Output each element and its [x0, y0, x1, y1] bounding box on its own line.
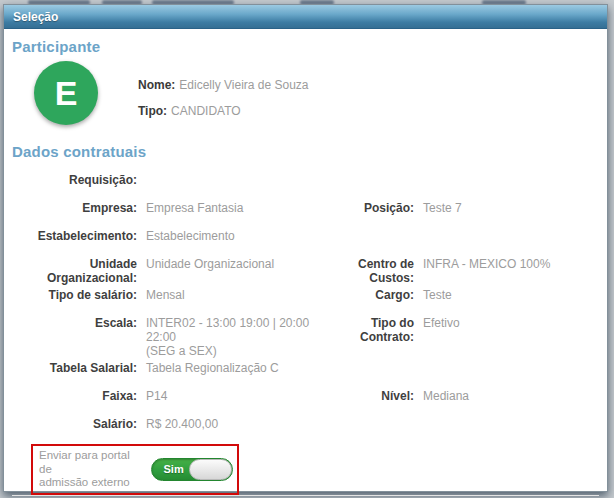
participant-fields: Nome:Edicelly Vieira de Souza Tipo:CANDI… — [138, 78, 309, 130]
field-label: Nível: — [319, 386, 414, 414]
dialog-titlebar[interactable]: Seleção — [4, 5, 607, 29]
field-value — [414, 414, 599, 442]
field-label: Unidade Organizacional: — [12, 254, 137, 285]
type-value: CANDIDATO — [171, 104, 241, 118]
field-value: Empresa Fantasia — [137, 198, 319, 226]
field-label: Tipo de salário: — [12, 285, 137, 313]
field-label: Salário: — [12, 414, 137, 442]
participant-section-heading: Participante — [12, 38, 599, 55]
field-label: Posição: — [319, 198, 414, 226]
field-value: Mensal — [137, 285, 319, 313]
field-value — [414, 170, 599, 198]
external-portal-toggle[interactable]: Sim — [151, 458, 233, 481]
field-value: Teste — [414, 285, 599, 313]
type-label: Tipo: — [138, 104, 167, 118]
field-label: Escala: — [12, 313, 137, 358]
field-label — [319, 358, 414, 386]
participant-avatar: E — [34, 61, 98, 125]
dialog-body: Participante E Nome:Edicelly Vieira de S… — [4, 29, 607, 498]
participant-type-row: Tipo:CANDIDATO — [138, 104, 309, 118]
field-label: Tabela Salarial: — [12, 358, 137, 386]
field-value: Efetivo — [414, 313, 599, 358]
field-label: Cargo: — [319, 285, 414, 313]
participant-summary: E Nome:Edicelly Vieira de Souza Tipo:CAN… — [34, 61, 599, 130]
toggle-knob[interactable] — [189, 459, 232, 480]
field-label — [319, 170, 414, 198]
field-label: Faixa: — [12, 386, 137, 414]
annotation-highlight-box: Enviar para portal de admissão externo S… — [31, 444, 239, 495]
contract-section-heading: Dados contratuais — [12, 143, 599, 160]
field-value — [137, 170, 319, 198]
field-label: Requisição: — [12, 170, 137, 198]
field-value: R$ 20.400,00 — [137, 414, 319, 442]
selection-dialog: Seleção Participante E Nome:Edicelly Vie… — [3, 4, 608, 492]
field-value: Mediana — [414, 386, 599, 414]
field-value: P14 — [137, 386, 319, 414]
field-value: Estabelecimento — [137, 226, 319, 254]
field-label: Estabelecimento: — [12, 226, 137, 254]
field-label — [319, 226, 414, 254]
name-value: Edicelly Vieira de Souza — [179, 78, 308, 92]
field-label: Empresa: — [12, 198, 137, 226]
field-label: Tipo do Contrato: — [319, 313, 414, 358]
contract-fields-grid: Requisição: Empresa: Empresa Fantasia Po… — [12, 170, 599, 442]
field-value — [414, 226, 599, 254]
dialog-title: Seleção — [13, 10, 58, 24]
field-value: INFRA - MEXICO 100% — [414, 254, 599, 285]
field-value: Tabela Regionalização C — [137, 358, 319, 386]
field-value: INTER02 - 13:00 19:00 | 20:00 22:00 (SEG… — [137, 313, 319, 358]
field-value: Teste 7 — [414, 198, 599, 226]
avatar-initial: E — [55, 74, 78, 113]
field-label: Centro de Custos: — [319, 254, 414, 285]
field-value — [414, 358, 599, 386]
dialog-footer: Cancelar Salvar — [12, 495, 599, 498]
field-label — [319, 414, 414, 442]
participant-name-row: Nome:Edicelly Vieira de Souza — [138, 78, 309, 92]
field-value: Unidade Organizacional — [137, 254, 319, 285]
external-portal-label: Enviar para portal de admissão externo — [39, 449, 146, 490]
name-label: Nome: — [138, 78, 175, 92]
